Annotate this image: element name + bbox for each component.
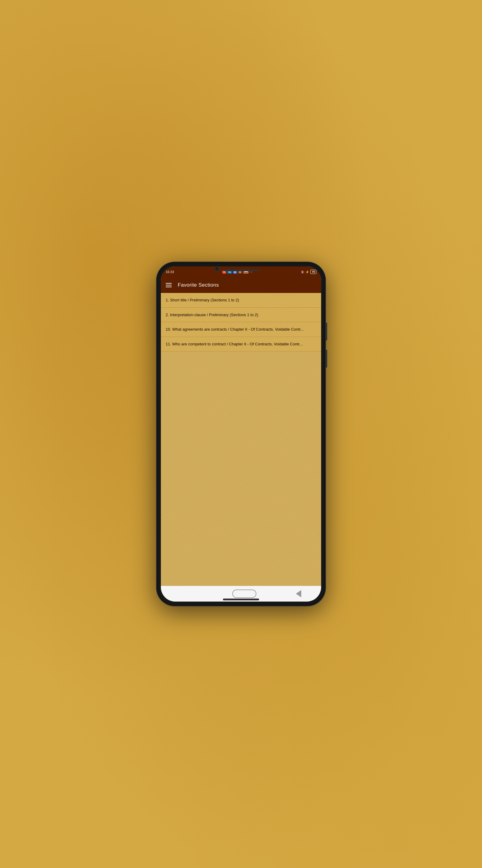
phone-screen: 16:33 ✕ in M ⊞ 🇮🇳 ··· 🔇 ⚡ 78 Favor	[161, 267, 321, 601]
app-title: Favorite Sections	[178, 282, 219, 288]
list-item[interactable]: 11. Who are competent to contract / Chap…	[161, 337, 321, 352]
hamburger-line-3	[166, 287, 172, 287]
home-button[interactable]	[232, 590, 256, 598]
silent-icon: 🔇	[301, 270, 304, 274]
status-time: 16:33	[166, 270, 174, 274]
speaker-bottom	[223, 598, 259, 600]
list-item-text: 11. Who are competent to contract / Chap…	[166, 342, 303, 346]
app-bar: Favorite Sections	[161, 277, 321, 293]
speaker-top	[223, 270, 259, 271]
status-right-icons: 🔇 ⚡ 78	[301, 270, 316, 274]
battery-indicator: 78	[310, 270, 316, 274]
list-item-text: 10. What agreements are contracts / Chap…	[166, 327, 304, 332]
content-area: 1. Short title / Preliminary (Sections 1…	[161, 293, 321, 586]
menu-button[interactable]	[166, 283, 172, 287]
bluetooth-icon: ⚡	[306, 270, 309, 274]
status-bar: 16:33 ✕ in M ⊞ 🇮🇳 ··· 🔇 ⚡ 78	[161, 267, 321, 277]
phone-device: 16:33 ✕ in M ⊞ 🇮🇳 ··· 🔇 ⚡ 78 Favor	[157, 262, 325, 606]
list-item[interactable]: 2. Interpretation-clause / Preliminary (…	[161, 308, 321, 322]
list-item-text: 2. Interpretation-clause / Preliminary (…	[166, 313, 258, 317]
back-button[interactable]	[296, 590, 301, 597]
list-item[interactable]: 1. Short title / Preliminary (Sections 1…	[161, 293, 321, 308]
front-camera	[215, 267, 219, 271]
hamburger-line-1	[166, 283, 172, 284]
hamburger-line-2	[166, 285, 172, 285]
list-item-text: 1. Short title / Preliminary (Sections 1…	[166, 298, 239, 302]
list-item[interactable]: 10. What agreements are contracts / Chap…	[161, 322, 321, 337]
